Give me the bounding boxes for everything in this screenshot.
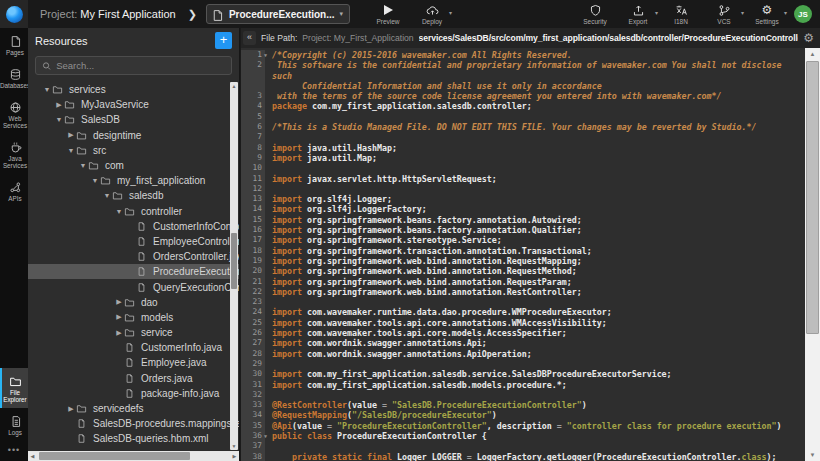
code-editor[interactable]: 1▼/*Copyright (c) 2015-2016 wavemaker.co… xyxy=(241,48,820,461)
i18n-button[interactable]: I18N xyxy=(666,4,696,25)
chevron-right-icon[interactable]: ▶ xyxy=(114,329,124,337)
deploy-button[interactable]: Deploy ▾ xyxy=(417,4,447,25)
collapse-panel-button[interactable]: « xyxy=(243,31,256,45)
tree-item-employee-java[interactable]: Employee.java xyxy=(28,355,239,370)
chevron-down-icon[interactable]: ▼ xyxy=(42,86,52,93)
file-path-label: File Path: xyxy=(261,33,297,43)
tree-item-label: SalesDB-procedures.mappings.json xyxy=(93,418,239,429)
code-text xyxy=(265,112,805,122)
topbar-center-actions: Preview Deploy ▾ xyxy=(373,4,447,25)
tree-item-dao[interactable]: ▶dao xyxy=(28,295,239,310)
tree-item-salesdb-procedures-mappings-json[interactable]: SalesDB-procedures.mappings.json xyxy=(28,416,239,431)
line-number: 37 xyxy=(241,441,265,451)
tree-item-src[interactable]: ▼src xyxy=(28,143,239,158)
tree-item-orders-java[interactable]: Orders.java xyxy=(28,371,239,386)
fold-marker-icon[interactable]: ▼ xyxy=(264,50,267,60)
sidebar-item-pages[interactable]: Pages xyxy=(0,28,28,61)
tree-item-servicedefs[interactable]: ▶servicedefs xyxy=(28,401,239,416)
folder-icon xyxy=(112,190,125,201)
tree-item-customerinfocontroller-java[interactable]: CustomerInfoController.java xyxy=(28,219,239,234)
security-button[interactable]: Security xyxy=(580,4,610,25)
chevron-down-icon[interactable]: ▼ xyxy=(114,208,124,215)
tree-item-my-first-application[interactable]: ▼my_first_application xyxy=(28,173,239,188)
chevron-down-icon[interactable]: ▼ xyxy=(66,147,76,154)
sidebar-item-label: Web Services xyxy=(2,115,28,129)
vcs-button[interactable]: VCS▾ xyxy=(709,4,739,25)
line-number: 6 xyxy=(241,122,265,132)
preview-label: Preview xyxy=(376,18,399,25)
tree-item-salesdb[interactable]: ▼salesdb xyxy=(28,188,239,203)
topbar-right-actions: SecurityExport▾I18NVCS▾⚙Settings▾ JS xyxy=(580,4,820,25)
code-text: import java.util.HashMap; xyxy=(265,143,805,153)
tree-item-procedureexecutioncontroller-java[interactable]: ProcedureExecutionController.java xyxy=(28,264,239,279)
scrollbar-track[interactable] xyxy=(37,451,230,461)
scroll-up-arrow[interactable]: ▲ xyxy=(230,82,238,90)
tree-horizontal-scrollbar[interactable]: ◀ ▶ xyxy=(28,451,239,461)
scroll-right-arrow[interactable]: ▶ xyxy=(230,453,239,459)
sidebar-item-logs[interactable]: Logs xyxy=(0,408,28,441)
fold-marker-icon[interactable]: ▼ xyxy=(264,431,267,441)
tree-item-service[interactable]: ▶service xyxy=(28,325,239,340)
chevron-right-icon[interactable]: ▶ xyxy=(114,298,124,306)
chevron-right-icon[interactable]: ▶ xyxy=(54,101,64,109)
chevron-down-icon[interactable]: ▼ xyxy=(90,177,100,184)
scrollbar-thumb[interactable] xyxy=(806,61,819,334)
export-button[interactable]: Export▾ xyxy=(623,4,653,25)
open-file-dropdown[interactable]: ProcedureExecution... ▾ xyxy=(206,4,350,24)
code-line: 36▼public class ProcedureExecutionContro… xyxy=(241,431,805,441)
tree-item-employeecontroller-java[interactable]: EmployeeController.java xyxy=(28,234,239,249)
tree-item-services[interactable]: ▼services xyxy=(28,82,239,97)
settings-button[interactable]: ⚙Settings▾ xyxy=(752,4,782,25)
code-line: 22import org.springframework.web.bind.an… xyxy=(241,287,805,297)
sidebar-item-java-services[interactable]: Java Services xyxy=(0,134,28,174)
scroll-up-arrow[interactable]: ▲ xyxy=(805,48,820,60)
editor-settings-gear-icon[interactable]: ⚙ xyxy=(803,31,814,45)
tree-item-salesdb-queries-hbm-xml[interactable]: SalesDB-queries.hbm.xml xyxy=(28,431,239,446)
user-avatar[interactable]: JS xyxy=(794,5,812,23)
scroll-left-arrow[interactable]: ◀ xyxy=(28,453,37,459)
sidebar-item-databases[interactable]: Databases xyxy=(0,61,28,94)
chevron-down-icon[interactable]: ▼ xyxy=(78,162,88,169)
tree-item-queryexecutioncontroller-java[interactable]: QueryExecutionController.java xyxy=(28,279,239,294)
tree-item-package-info-java[interactable]: package-info.java xyxy=(28,386,239,401)
tree-item-controller[interactable]: ▼controller xyxy=(28,204,239,219)
chevron-right-icon[interactable]: ▶ xyxy=(66,131,76,139)
sidebar-item-apis[interactable]: APIs xyxy=(0,174,28,207)
databases-icon xyxy=(9,67,22,80)
search-box[interactable] xyxy=(35,56,232,75)
chevron-down-icon[interactable]: ▼ xyxy=(102,192,112,199)
tree-vertical-scrollbar[interactable]: ▲ ▼ xyxy=(230,82,238,450)
tree-item-com[interactable]: ▼com xyxy=(28,158,239,173)
line-number: 31 xyxy=(241,380,265,390)
wavemaker-logo[interactable] xyxy=(0,0,28,28)
tree-item-salesdb[interactable]: ▼SalesDB xyxy=(28,112,239,127)
chevron-down-icon[interactable]: ▼ xyxy=(54,116,64,123)
line-number: 18 xyxy=(241,246,265,256)
editor-vertical-scrollbar[interactable]: ▲ ▼ xyxy=(805,48,820,461)
preview-button[interactable]: Preview xyxy=(373,4,403,25)
chevron-right-icon[interactable]: ▶ xyxy=(114,313,124,321)
scroll-down-arrow[interactable]: ▼ xyxy=(805,449,820,461)
code-line: 28import com.wordnik.swagger.annotations… xyxy=(241,349,805,359)
sidebar-item-file-explorer[interactable]: File Explorer xyxy=(0,368,28,408)
tree-item-myjavaservice[interactable]: ▶MyJavaService xyxy=(28,97,239,112)
add-resource-button[interactable]: + xyxy=(215,32,232,49)
sidebar-more-button[interactable]: ••• xyxy=(0,441,28,461)
search-input[interactable] xyxy=(56,60,225,71)
chevron-right-icon[interactable]: ▶ xyxy=(66,405,76,413)
line-number: 4 xyxy=(241,101,265,111)
chevron-down-icon: ▾ xyxy=(340,10,344,18)
file-icon xyxy=(76,433,89,444)
file-icon xyxy=(76,418,89,429)
scrollbar-thumb[interactable] xyxy=(231,233,237,289)
tree-item-orderscontroller-java[interactable]: OrdersController.java xyxy=(28,249,239,264)
scrollbar-thumb[interactable] xyxy=(39,452,190,460)
code-text: import javax.servlet.http.HttpServletReq… xyxy=(265,174,805,184)
tree-item-customerinfo-java[interactable]: CustomerInfo.java xyxy=(28,340,239,355)
scroll-down-arrow[interactable]: ▼ xyxy=(230,442,238,450)
resources-panel: Resources + ▼services▶MyJavaService▼Sale… xyxy=(28,28,240,461)
tree-item-designtime[interactable]: ▶designtime xyxy=(28,128,239,143)
export-label: Export xyxy=(629,18,648,25)
sidebar-item-web-services[interactable]: Web Services xyxy=(0,94,28,134)
tree-item-models[interactable]: ▶models xyxy=(28,310,239,325)
